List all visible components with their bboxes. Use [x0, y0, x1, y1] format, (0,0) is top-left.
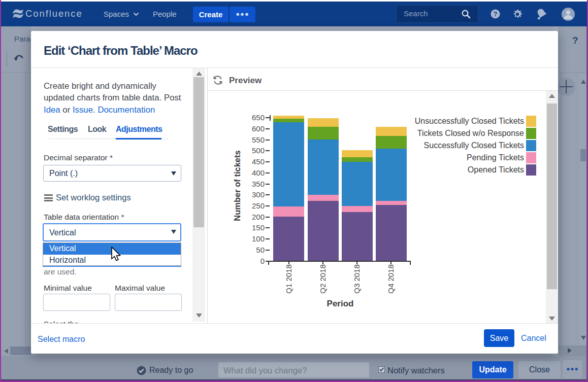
svg-text:?: ? — [494, 11, 498, 18]
